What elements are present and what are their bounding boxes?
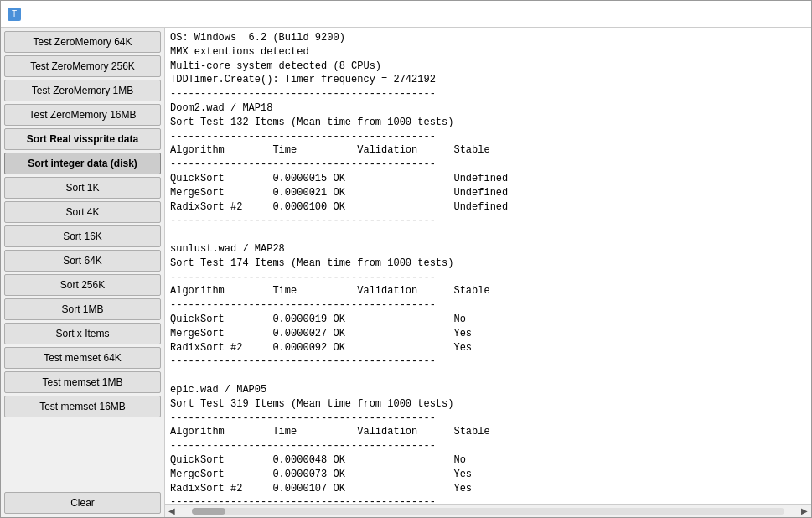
sidebar-btn-test-zeromemory-16mb[interactable]: Test ZeroMemory 16MB	[4, 104, 161, 126]
horizontal-scrollbar: ◀ ▶	[165, 504, 811, 517]
sidebar-btn-test-memset-1mb[interactable]: Test memset 1MB	[4, 371, 161, 393]
minimize-button[interactable]	[731, 5, 754, 23]
sidebar: Test ZeroMemory 64KTest ZeroMemory 256KT…	[1, 28, 165, 517]
sidebar-btn-test-memset-64k[interactable]: Test memset 64K	[4, 347, 161, 369]
main-window: T Test ZeroMemory 64KTest ZeroMemory 256…	[0, 0, 812, 518]
sidebar-btn-sort-256k[interactable]: Sort 256K	[4, 274, 161, 296]
sidebar-btn-sort-real-vissprite[interactable]: Sort Real vissprite data	[4, 128, 161, 150]
clear-button[interactable]: Clear	[4, 492, 161, 514]
sidebar-btn-test-zeromemory-256k[interactable]: Test ZeroMemory 256K	[4, 55, 161, 77]
window-controls	[731, 5, 804, 23]
app-icon: T	[8, 8, 21, 21]
content-area: Test ZeroMemory 64KTest ZeroMemory 256KT…	[1, 28, 811, 517]
sidebar-btn-test-zeromemory-64k[interactable]: Test ZeroMemory 64K	[4, 31, 161, 53]
scroll-left-arrow[interactable]: ◀	[165, 505, 178, 518]
sidebar-btn-sort-integer-disk[interactable]: Sort integer data (disk)	[4, 153, 161, 174]
title-bar-left: T	[8, 8, 28, 21]
scroll-right-arrow[interactable]: ▶	[798, 505, 811, 518]
maximize-button[interactable]	[756, 5, 779, 23]
close-button[interactable]	[781, 5, 804, 23]
scroll-thumb[interactable]	[192, 508, 225, 515]
sidebar-btn-sort-x-items[interactable]: Sort x Items	[4, 323, 161, 344]
sidebar-btn-test-zeromemory-1mb[interactable]: Test ZeroMemory 1MB	[4, 80, 161, 101]
sidebar-btn-sort-16k[interactable]: Sort 16K	[4, 225, 161, 247]
output-text[interactable]: OS: Windows 6.2 (Build 9200) MMX extenti…	[165, 28, 811, 504]
title-bar: T	[1, 1, 811, 28]
sidebar-btn-sort-1k[interactable]: Sort 1K	[4, 177, 161, 199]
sidebar-btn-sort-4k[interactable]: Sort 4K	[4, 201, 161, 223]
sidebar-btn-sort-1mb[interactable]: Sort 1MB	[4, 298, 161, 320]
scroll-track[interactable]	[192, 508, 784, 515]
sidebar-btn-sort-64k[interactable]: Sort 64K	[4, 250, 161, 272]
main-area: OS: Windows 6.2 (Build 9200) MMX extenti…	[165, 28, 811, 517]
sidebar-btn-test-memset-16mb[interactable]: Test memset 16MB	[4, 396, 161, 417]
